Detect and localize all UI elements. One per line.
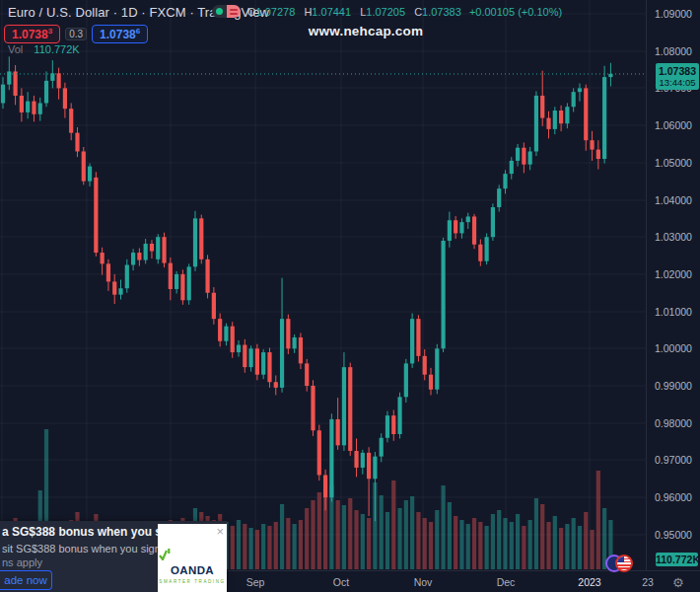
current-price-label: 1.07383 13:44:05	[656, 63, 699, 90]
price-tick-label: 0.98000	[655, 417, 692, 429]
hamburger-icon	[230, 9, 238, 11]
trade-now-button[interactable]: ade now	[0, 570, 52, 590]
price-tick-label: 1.06000	[655, 119, 692, 131]
price-tick-label: 1.01000	[655, 306, 692, 318]
chart-toggle-pill[interactable]	[212, 5, 241, 18]
low-value: 1.07205	[366, 6, 405, 18]
bar-countdown: 13:44:05	[656, 77, 699, 88]
time-tick-label: 23	[642, 576, 654, 588]
current-volume-label: 110.772K	[656, 553, 698, 566]
sell-button[interactable]: 1.07383	[4, 25, 60, 43]
time-tick-label: 2023	[578, 576, 600, 588]
price-tick-label: 1.00000	[655, 342, 692, 354]
close-label: C	[414, 6, 422, 18]
volume-value: 110.772K	[34, 43, 79, 55]
time-tick-label: Nov	[414, 576, 433, 588]
oanda-tagline: SMARTER TRADING	[158, 579, 227, 584]
open-label: O	[247, 6, 256, 18]
price-tick-label: 0.96000	[655, 491, 692, 503]
pair-flags-icon	[605, 554, 639, 572]
time-tick-label: Dec	[497, 576, 516, 588]
ohlc-readout: O1.07278 H1.07441 L1.07205 C1.07383 +0.0…	[247, 6, 562, 18]
hamburger-icon	[230, 13, 238, 15]
price-tick-label: 1.02000	[655, 268, 692, 280]
price-tick-label: 1.08000	[655, 45, 692, 57]
oanda-logo: OANDA SMARTER TRADING	[158, 548, 227, 584]
bid-ask-row: 1.07383 0.3 1.07386	[4, 25, 148, 43]
visibility-toggle[interactable]	[212, 5, 227, 18]
open-value: 1.07278	[256, 6, 296, 18]
close-icon[interactable]: ×	[216, 524, 224, 539]
tradingview-chart-window: Euro / U.S. Dollar · 1D · FXCM · Trading…	[0, 0, 700, 592]
menu-toggle[interactable]	[227, 5, 242, 18]
price-tick-label: 1.03000	[655, 231, 692, 243]
watermark-text: www.nehcap.com	[252, 24, 479, 38]
oanda-panel[interactable]: × OANDA SMARTER TRADING	[158, 524, 227, 592]
oanda-brand-name: OANDA	[171, 564, 214, 576]
high-value: 1.07441	[312, 6, 351, 18]
ad-banner[interactable]: a SG$388 bonus when you sign up. sit SG$…	[0, 521, 227, 592]
close-value: 1.07383	[422, 6, 461, 18]
time-tick-label: Oct	[333, 576, 349, 588]
price-tick-label: 0.95000	[655, 529, 692, 541]
price-tick-label: 0.99000	[655, 380, 692, 392]
volume-indicator-row[interactable]: Vol 110.772K	[8, 43, 80, 55]
ad-terms: ns apply	[2, 556, 42, 568]
current-price-value: 1.07383	[656, 65, 699, 77]
price-tick-label: 1.09000	[655, 8, 692, 20]
us-flag-icon	[615, 555, 633, 572]
change-value: +0.00105 (+0.10%)	[469, 6, 562, 18]
price-tick-label: 0.97000	[655, 454, 692, 466]
volume-label: Vol	[8, 43, 23, 55]
price-tick-label: 1.04000	[655, 194, 692, 206]
candlestick-chart-plot[interactable]	[0, 0, 647, 570]
buy-button[interactable]: 1.07386	[92, 25, 148, 43]
spread-value: 0.3	[65, 28, 87, 40]
oanda-check-icon	[158, 548, 171, 560]
green-dot-icon	[216, 8, 223, 15]
ad-subline: sit SG$388 bonus when you sign up.	[2, 543, 178, 555]
gear-icon[interactable]: ⚙	[672, 575, 684, 590]
time-tick-label: Sep	[246, 576, 265, 588]
price-tick-label: 1.05000	[655, 157, 692, 169]
